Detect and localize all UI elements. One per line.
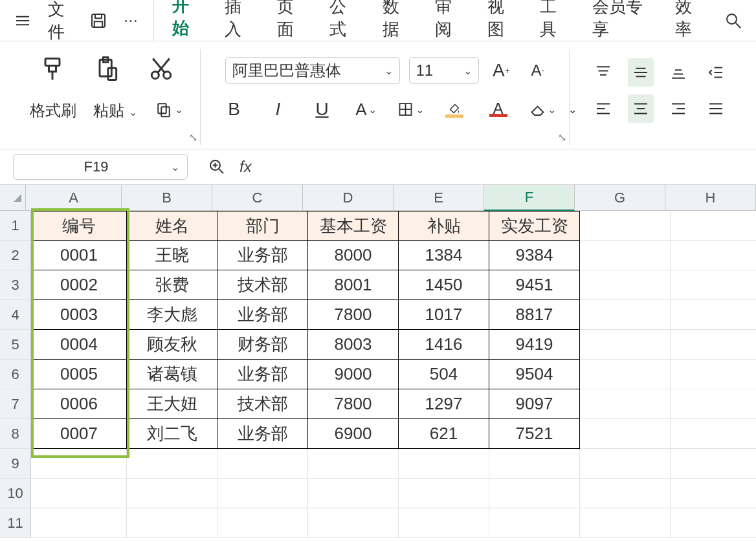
cell-H1[interactable] xyxy=(671,211,756,241)
tab-insert[interactable]: 插入 xyxy=(225,0,255,46)
eraser-button[interactable]: ⌄ xyxy=(529,96,556,123)
cell-D2[interactable]: 8000 xyxy=(308,241,399,270)
tab-member[interactable]: 会员专享 xyxy=(592,0,653,46)
bold-button[interactable]: B xyxy=(221,96,248,123)
cell-A9[interactable] xyxy=(31,449,127,479)
cell-G6[interactable] xyxy=(580,360,671,389)
cell-C9[interactable] xyxy=(217,449,308,479)
row-header-8[interactable]: 8 xyxy=(0,419,31,449)
cell-D3[interactable]: 8001 xyxy=(308,270,399,300)
column-header-A[interactable]: A xyxy=(26,185,122,211)
cell-G10[interactable] xyxy=(580,479,671,508)
row-header-1[interactable]: 1 xyxy=(0,211,31,241)
borders-button[interactable]: ⌄ xyxy=(397,96,424,123)
cell-F8[interactable]: 7521 xyxy=(489,419,580,449)
align-bottom-icon[interactable] xyxy=(665,58,691,87)
cell-B1[interactable]: 姓名 xyxy=(127,211,217,241)
cell-A2[interactable]: 0001 xyxy=(31,241,127,270)
cell-D11[interactable] xyxy=(308,508,399,538)
cell-E10[interactable] xyxy=(399,479,489,508)
cell-G8[interactable] xyxy=(580,419,671,449)
cell-B10[interactable] xyxy=(127,479,217,508)
cell-F3[interactable]: 9451 xyxy=(489,270,580,300)
cell-F2[interactable]: 9384 xyxy=(489,241,580,270)
align-top-icon[interactable] xyxy=(590,58,616,87)
align-middle-icon[interactable] xyxy=(628,58,654,87)
cell-E6[interactable]: 504 xyxy=(399,360,489,389)
column-header-D[interactable]: D xyxy=(303,185,394,211)
cell-H10[interactable] xyxy=(671,479,756,508)
fx-label[interactable]: fx xyxy=(239,158,252,176)
font-style-more[interactable]: A⌄ xyxy=(353,96,380,123)
align-right-icon[interactable] xyxy=(665,94,691,123)
cell-F11[interactable] xyxy=(489,508,580,538)
cell-D9[interactable] xyxy=(308,449,399,479)
row-header-11[interactable]: 11 xyxy=(0,508,31,538)
cell-A11[interactable] xyxy=(31,508,127,538)
cell-D4[interactable]: 7800 xyxy=(308,300,399,330)
italic-button[interactable]: I xyxy=(265,96,292,123)
align-justify-icon[interactable] xyxy=(703,94,729,123)
tab-page[interactable]: 页面 xyxy=(277,0,307,46)
cell-E7[interactable]: 1297 xyxy=(399,389,489,419)
more-icon[interactable]: ⋯ xyxy=(124,12,138,29)
cell-F7[interactable]: 9097 xyxy=(489,389,580,419)
decrease-font-icon[interactable]: A- xyxy=(524,57,551,84)
row-header-7[interactable]: 7 xyxy=(0,389,31,419)
copy-button[interactable]: ⌄ xyxy=(154,100,183,119)
cell-E3[interactable]: 1450 xyxy=(399,270,489,300)
cell-A5[interactable]: 0004 xyxy=(31,330,127,360)
underline-button[interactable]: U xyxy=(309,96,336,123)
align-center-icon[interactable] xyxy=(628,94,654,123)
cell-F5[interactable]: 9419 xyxy=(489,330,580,360)
cell-H11[interactable] xyxy=(671,508,756,538)
select-all-corner[interactable] xyxy=(0,185,26,211)
cell-A4[interactable]: 0003 xyxy=(31,300,127,330)
column-header-G[interactable]: G xyxy=(575,185,665,211)
cell-H9[interactable] xyxy=(671,449,756,479)
cell-E9[interactable] xyxy=(399,449,489,479)
cell-B2[interactable]: 王晓 xyxy=(127,241,217,270)
cell-F10[interactable] xyxy=(489,479,580,508)
cell-F1[interactable]: 实发工资 xyxy=(489,211,580,241)
tab-tools[interactable]: 工具 xyxy=(540,0,570,46)
text-color-button[interactable]: A ⌄ xyxy=(485,96,512,123)
cell-C10[interactable] xyxy=(217,479,308,508)
cell-H3[interactable] xyxy=(671,270,756,300)
tab-view[interactable]: 视图 xyxy=(487,0,518,46)
row-header-10[interactable]: 10 xyxy=(0,479,31,508)
search-icon[interactable] xyxy=(724,11,743,30)
font-name-select[interactable]: 阿里巴巴普惠体⌄ xyxy=(225,57,400,84)
fill-color-button[interactable]: ⌄ xyxy=(441,96,468,123)
paste-label[interactable]: 粘贴 ⌄ xyxy=(93,100,137,121)
cell-E4[interactable]: 1017 xyxy=(399,300,489,330)
tab-data[interactable]: 数据 xyxy=(383,0,413,46)
column-header-E[interactable]: E xyxy=(394,185,484,211)
row-header-5[interactable]: 5 xyxy=(0,330,31,360)
row-header-2[interactable]: 2 xyxy=(0,241,31,270)
cell-D10[interactable] xyxy=(308,479,399,508)
cell-E1[interactable]: 补贴 xyxy=(399,211,489,241)
format-painter-icon[interactable] xyxy=(38,55,67,86)
column-header-C[interactable]: C xyxy=(212,185,303,211)
cell-G4[interactable] xyxy=(580,300,671,330)
cell-G7[interactable] xyxy=(580,389,671,419)
column-header-F[interactable]: F xyxy=(484,185,575,211)
cell-H5[interactable] xyxy=(671,330,756,360)
cell-A10[interactable] xyxy=(31,479,127,508)
column-header-B[interactable]: B xyxy=(122,185,212,211)
cell-A6[interactable]: 0005 xyxy=(31,360,127,389)
cell-H7[interactable] xyxy=(671,389,756,419)
align-left-icon[interactable] xyxy=(590,94,616,123)
cell-C5[interactable]: 财务部 xyxy=(217,330,308,360)
row-header-6[interactable]: 6 xyxy=(0,360,31,389)
cell-B6[interactable]: 诸葛镇 xyxy=(127,360,217,389)
row-header-9[interactable]: 9 xyxy=(0,449,31,479)
tab-start[interactable]: 开始 xyxy=(172,0,203,47)
cell-C6[interactable]: 业务部 xyxy=(217,360,308,389)
insert-function-icon[interactable] xyxy=(207,157,227,177)
menu-icon[interactable] xyxy=(13,11,32,30)
cell-C1[interactable]: 部门 xyxy=(217,211,308,241)
row-header-4[interactable]: 4 xyxy=(0,300,31,330)
cell-D1[interactable]: 基本工资 xyxy=(308,211,399,241)
